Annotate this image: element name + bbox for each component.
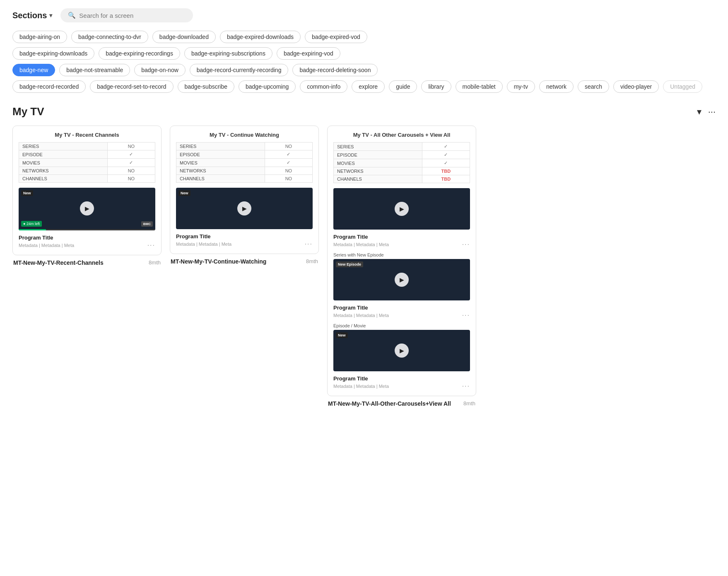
tag-network[interactable]: network	[539, 80, 574, 93]
badge-new-episode: New Episode	[336, 261, 363, 267]
card-table: SERIES ✓ EPISODE ✓ MOVIES ✓ NETWORKS TBD…	[333, 142, 470, 183]
tag-badge-expiring-downloads[interactable]: badge-expiring-downloads	[12, 47, 94, 60]
card-label-age: 8mth	[149, 259, 161, 266]
more-button[interactable]: ···	[462, 382, 470, 390]
card-meta: Metadata | Metadata | Meta ···	[19, 242, 155, 249]
meta-text: Metadata | Metadata | Meta	[333, 313, 389, 318]
tag-mobile-tablet[interactable]: mobile-tablet	[456, 80, 503, 93]
tag-search[interactable]: search	[578, 80, 609, 93]
card-title: My TV - Recent Channels	[19, 132, 155, 138]
tags-row-2: badge-expiring-downloadsbadge-expiring-r…	[12, 47, 716, 60]
header: Sections ▾ 🔍	[12, 8, 716, 22]
card-label-row-2: MT-New-My-TV-All-Other-Carousels+View Al…	[327, 400, 476, 407]
tag-badge-expiring-subscriptions[interactable]: badge-expiring-subscriptions	[184, 47, 272, 60]
card-meta: Metadata | Metadata | Meta ···	[333, 382, 470, 390]
search-icon: 🔍	[68, 12, 76, 19]
card-label-age: 8mth	[306, 258, 318, 264]
tag-guide[interactable]: guide	[389, 80, 417, 93]
tag-badge-upcoming[interactable]: badge-upcoming	[239, 80, 296, 93]
more-options-icon[interactable]: ···	[708, 106, 716, 117]
play-button[interactable]: ▶	[80, 201, 94, 215]
card-title: My TV - Continue Watching	[176, 132, 313, 138]
tag-badge-downloaded[interactable]: badge-downloaded	[152, 31, 216, 43]
tag-badge-record-recorded[interactable]: badge-record-recorded	[12, 80, 86, 93]
video-thumbnail: New ▶	[176, 188, 313, 229]
more-button[interactable]: ···	[462, 241, 470, 248]
tag-common-info[interactable]: common-info	[300, 80, 347, 93]
tag-untagged[interactable]: Untagged	[663, 80, 702, 93]
card-meta: Metadata | Metadata | Meta ···	[333, 241, 470, 248]
card-wrapper-1: My TV - Continue Watching SERIES NO EPIS…	[170, 126, 319, 265]
card-label-row-0: MT-New-My-TV-Recent-Channels 8mth	[12, 259, 162, 266]
search-input[interactable]	[79, 12, 162, 19]
card-1: My TV - Continue Watching SERIES NO EPIS…	[170, 126, 319, 254]
tag-badge-expiring-vod[interactable]: badge-expiring-vod	[277, 47, 340, 60]
card-label-name: MT-New-My-TV-Recent-Channels	[13, 259, 104, 266]
meta-text: Metadata | Metadata | Meta	[333, 242, 389, 247]
play-button[interactable]: ▶	[237, 201, 251, 215]
card-table: SERIES NO EPISODE ✓ MOVIES ✓ NETWORKS NO…	[19, 142, 155, 183]
card-label-row-1: MT-New-My-TV-Continue-Watching 8mth	[170, 258, 319, 265]
play-button[interactable]: ▶	[395, 344, 409, 358]
play-button[interactable]: ▶	[395, 202, 409, 216]
play-button[interactable]: ▶	[395, 273, 409, 287]
more-button[interactable]: ···	[305, 240, 313, 248]
tags-row-4: badge-record-recordedbadge-record-set-to…	[12, 80, 716, 93]
card-wrapper-2: My TV - All Other Carousels + View All S…	[327, 126, 476, 407]
card-0: My TV - Recent Channels SERIES NO EPISOD…	[12, 126, 162, 255]
sections-label: Sections	[12, 11, 47, 20]
tags-row-1: badge-airing-onbadge-connecting-to-dvrba…	[12, 31, 716, 43]
tag-badge-connecting-to-dvr[interactable]: badge-connecting-to-dvr	[71, 31, 148, 43]
tag-badge-not-streamable[interactable]: badge-not-streamable	[59, 64, 130, 76]
badge-logo: BMC	[141, 221, 153, 227]
subsection-label: Episode / Movie	[333, 323, 470, 328]
video-thumbnail: New ▶ ● 24m left BMC	[19, 188, 155, 230]
program-title: Program Title	[333, 234, 470, 240]
card-label-age: 8mth	[463, 400, 475, 407]
section-actions: ▾ ···	[697, 106, 716, 117]
card-table: SERIES NO EPISODE ✓ MOVIES ✓ NETWORKS NO…	[176, 142, 313, 183]
chevron-down-icon: ▾	[49, 12, 52, 19]
tag-library[interactable]: library	[421, 80, 451, 93]
section-title-row: My TV ▾ ···	[12, 105, 716, 118]
tag-badge-expiring-recordings[interactable]: badge-expiring-recordings	[99, 47, 180, 60]
card-meta: Metadata | Metadata | Meta ···	[176, 240, 313, 248]
more-button[interactable]: ···	[147, 242, 155, 249]
subsection-label: Series with New Episode	[333, 252, 470, 257]
program-title: Program Title	[333, 305, 470, 311]
sections-button[interactable]: Sections ▾	[12, 11, 52, 20]
tag-badge-expired-vod[interactable]: badge-expired-vod	[305, 31, 367, 43]
tag-badge-record-currently-recording[interactable]: badge-record-currently-recording	[190, 64, 289, 76]
badge-time: ● 24m left	[21, 221, 42, 227]
tag-badge-on-now[interactable]: badge-on-now	[134, 64, 186, 76]
tag-badge-new[interactable]: badge-new	[12, 64, 55, 76]
tag-my-tv[interactable]: my-tv	[507, 80, 535, 93]
video-thumbnail: New ▶	[333, 330, 470, 371]
tag-badge-record-set-to-record[interactable]: badge-record-set-to-record	[90, 80, 173, 93]
badge-new: New	[21, 190, 33, 196]
card-meta: Metadata | Metadata | Meta ···	[333, 312, 470, 319]
badge-new: New	[336, 332, 348, 338]
tag-badge-subscribe[interactable]: badge-subscribe	[178, 80, 235, 93]
tag-video-player[interactable]: video-player	[613, 80, 659, 93]
section-title: My TV	[12, 105, 44, 118]
program-title: Program Title	[333, 375, 470, 382]
card-label-name: MT-New-My-TV-All-Other-Carousels+View Al…	[328, 400, 451, 407]
meta-text: Metadata | Metadata | Meta	[176, 242, 231, 247]
program-title: Program Title	[19, 235, 155, 241]
bookmark-icon[interactable]: ▾	[697, 106, 701, 117]
cards-row: My TV - Recent Channels SERIES NO EPISOD…	[12, 126, 716, 407]
video-thumbnail: New Episode ▶	[333, 259, 470, 300]
tag-badge-airing-on[interactable]: badge-airing-on	[12, 31, 67, 43]
program-title: Program Title	[176, 233, 313, 240]
card-2: My TV - All Other Carousels + View All S…	[327, 126, 476, 396]
video-thumbnail: ▶	[333, 188, 470, 230]
tag-badge-record-deleting-soon[interactable]: badge-record-deleting-soon	[292, 64, 378, 76]
search-bar: 🔍	[60, 8, 193, 22]
meta-text: Metadata | Metadata | Meta	[333, 384, 389, 389]
more-button[interactable]: ···	[462, 312, 470, 319]
card-label-name: MT-New-My-TV-Continue-Watching	[171, 258, 266, 265]
tag-explore[interactable]: explore	[352, 80, 385, 93]
tag-badge-expired-downloads[interactable]: badge-expired-downloads	[220, 31, 301, 43]
tags-row-3: badge-newbadge-not-streamablebadge-on-no…	[12, 64, 716, 76]
